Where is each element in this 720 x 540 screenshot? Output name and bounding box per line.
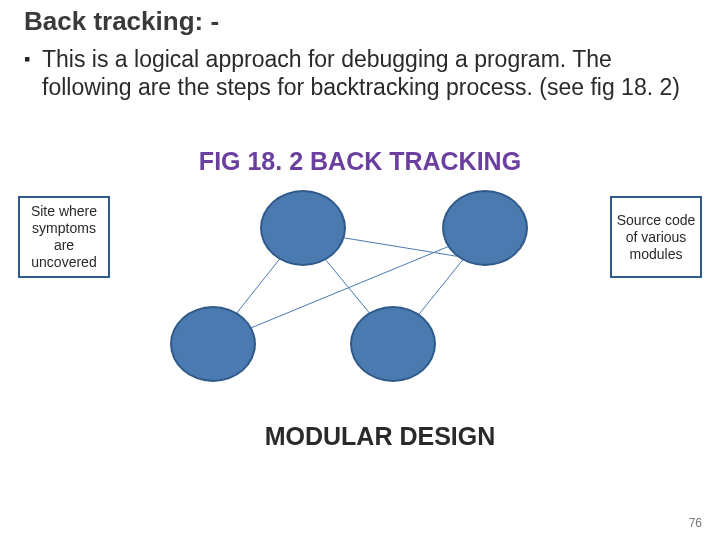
bullet-marker: ▪ xyxy=(24,45,42,73)
bullet-item: ▪ This is a logical approach for debuggi… xyxy=(0,41,720,101)
module-node xyxy=(260,190,346,266)
module-node xyxy=(170,306,256,382)
slide-title: Back tracking: - xyxy=(0,0,720,41)
page-number: 76 xyxy=(689,516,702,530)
figure-left-box: Site where symptoms are uncovered xyxy=(18,196,110,278)
module-node xyxy=(350,306,436,382)
bullet-text: This is a logical approach for debugging… xyxy=(42,45,696,101)
svg-line-3 xyxy=(212,231,486,344)
figure-footer: MODULAR DESIGN xyxy=(0,422,720,451)
figure-title: FIG 18. 2 BACK TRACKING xyxy=(0,147,720,176)
figure-right-box: Source code of various modules xyxy=(610,196,702,278)
module-node xyxy=(442,190,528,266)
figure-diagram: Site where symptoms are uncovered Source… xyxy=(0,196,720,416)
